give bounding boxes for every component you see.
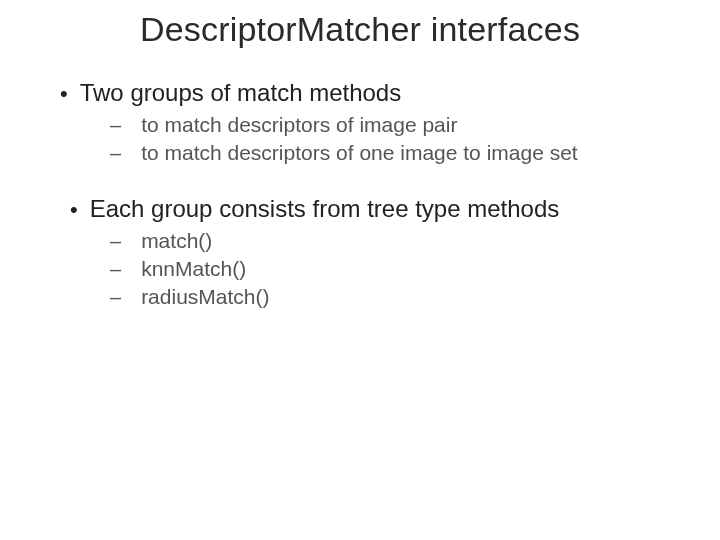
dash-icon: – bbox=[110, 142, 121, 165]
sub-list: – to match descriptors of image pair – t… bbox=[60, 113, 680, 165]
bullet-group-2: • Each group consists from tree type met… bbox=[60, 195, 680, 309]
slide-title: DescriptorMatcher interfaces bbox=[40, 10, 680, 49]
list-item-text: Two groups of match methods bbox=[80, 79, 680, 107]
list-item: – to match descriptors of image pair bbox=[110, 113, 680, 137]
list-item-text: match() bbox=[141, 229, 680, 253]
list-item-text: radiusMatch() bbox=[141, 285, 680, 309]
list-item-text: Each group consists from tree type metho… bbox=[90, 195, 680, 223]
dash-icon: – bbox=[110, 114, 121, 137]
list-item: – radiusMatch() bbox=[110, 285, 680, 309]
bullet-icon: • bbox=[70, 199, 78, 221]
slide: DescriptorMatcher interfaces • Two group… bbox=[0, 0, 720, 540]
dash-icon: – bbox=[110, 286, 121, 309]
bullet-group-1: • Two groups of match methods – to match… bbox=[60, 79, 680, 165]
bullet-icon: • bbox=[60, 83, 68, 105]
sub-list: – match() – knnMatch() – radiusMatch() bbox=[60, 229, 680, 309]
list-item: • Two groups of match methods bbox=[60, 79, 680, 107]
list-item: • Each group consists from tree type met… bbox=[60, 195, 680, 223]
list-item-text: to match descriptors of one image to ima… bbox=[141, 141, 680, 165]
dash-icon: – bbox=[110, 230, 121, 253]
list-item: – match() bbox=[110, 229, 680, 253]
slide-content: • Two groups of match methods – to match… bbox=[40, 79, 680, 309]
list-item: – knnMatch() bbox=[110, 257, 680, 281]
list-item: – to match descriptors of one image to i… bbox=[110, 141, 680, 165]
list-item-text: to match descriptors of image pair bbox=[141, 113, 680, 137]
dash-icon: – bbox=[110, 258, 121, 281]
list-item-text: knnMatch() bbox=[141, 257, 680, 281]
